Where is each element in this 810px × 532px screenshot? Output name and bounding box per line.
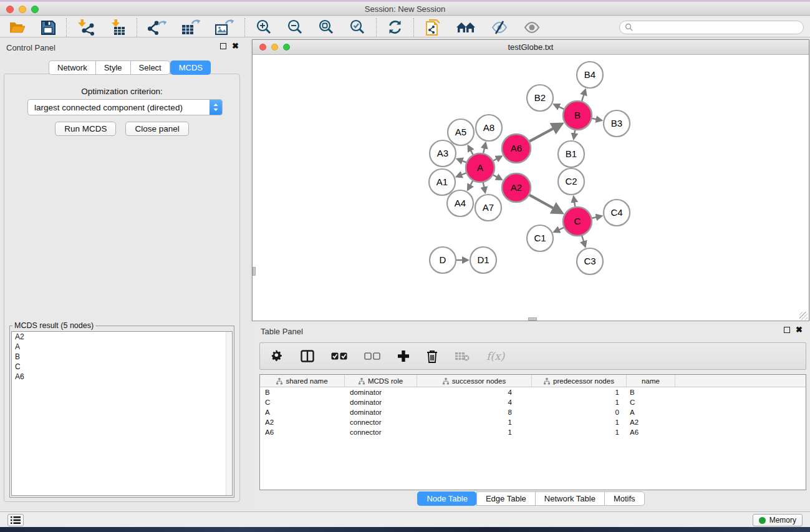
close-table-panel-icon[interactable]: ✖ <box>796 327 803 333</box>
graph-edge[interactable] <box>592 216 601 218</box>
result-scrollbar[interactable] <box>226 332 232 495</box>
memory-button[interactable]: Memory <box>753 514 803 526</box>
table-cell[interactable]: 1 <box>532 387 627 397</box>
graph-node[interactable]: B1 <box>558 141 584 167</box>
delete-column-button[interactable] <box>427 350 438 363</box>
graph-edge[interactable] <box>582 90 586 101</box>
import-network-button[interactable] <box>77 19 95 36</box>
network-canvas[interactable]: B4B2BB3A8A5A6A3B1AA1C2A2A4A7C4CC1DD1C3 <box>253 55 808 321</box>
split-columns-button[interactable] <box>301 350 314 362</box>
network-graph[interactable]: B4B2BB3A8A5A6A3B1AA1C2A2A4A7C4CC1DD1C3 <box>253 55 808 321</box>
tab-network-table[interactable]: Network Table <box>535 491 604 506</box>
graph-node[interactable]: C <box>563 207 592 236</box>
tab-mcds[interactable]: MCDS <box>170 60 211 75</box>
table-cell[interactable]: 4 <box>417 387 532 397</box>
table-cell[interactable]: dominator <box>345 407 417 417</box>
delete-table-button[interactable] <box>455 351 470 361</box>
close-panel-icon[interactable]: ✖ <box>232 43 239 49</box>
column-header[interactable]: shared name <box>260 375 345 387</box>
graph-edge[interactable] <box>456 173 466 177</box>
tab-select[interactable]: Select <box>130 60 170 75</box>
column-header[interactable]: MCDS role <box>345 375 417 387</box>
graph-node[interactable]: B3 <box>604 110 630 137</box>
deselect-all-columns-button[interactable] <box>364 352 380 360</box>
float-panel-icon[interactable] <box>220 43 226 49</box>
column-header[interactable]: successor nodes <box>417 375 532 387</box>
graph-node[interactable]: C4 <box>604 200 630 226</box>
resize-grip[interactable] <box>799 312 808 320</box>
table-cell[interactable]: 1 <box>532 427 627 437</box>
mcds-result-item[interactable]: A2 <box>12 332 232 342</box>
graph-node[interactable]: A3 <box>430 140 456 167</box>
zoom-in-button[interactable] <box>256 19 272 36</box>
refresh-button[interactable] <box>387 19 403 35</box>
export-image-button[interactable] <box>215 19 234 36</box>
table-cell[interactable]: B <box>260 387 345 397</box>
node-table[interactable]: shared nameMCDS rolesuccessor nodesprede… <box>259 374 806 490</box>
graph-node[interactable]: B4 <box>577 62 603 88</box>
graph-edge[interactable] <box>554 105 564 109</box>
graph-node[interactable]: D <box>430 247 456 273</box>
graph-edge[interactable] <box>574 130 575 139</box>
export-network-button[interactable] <box>148 19 166 36</box>
column-header[interactable]: predecessor nodes <box>532 375 627 387</box>
table-cell[interactable]: 1 <box>532 397 627 407</box>
function-builder-button[interactable]: f(x) <box>486 350 504 362</box>
table-cell[interactable]: B <box>627 387 675 397</box>
graph-edge[interactable] <box>493 175 501 180</box>
mcds-result-item[interactable]: A6 <box>12 372 232 382</box>
mcds-result-list[interactable]: A2ABCA6 <box>11 331 233 496</box>
select-all-columns-button[interactable] <box>331 352 347 360</box>
graph-node[interactable]: A2 <box>502 173 531 202</box>
show-graphics-details-button[interactable] <box>523 20 541 35</box>
table-cell[interactable]: A2 <box>627 417 675 427</box>
graph-node[interactable]: C1 <box>527 225 553 251</box>
zoom-selected-button[interactable] <box>349 19 365 36</box>
table-cell[interactable]: A2 <box>260 417 345 427</box>
graph-node[interactable]: D1 <box>470 247 496 273</box>
clone-network-button[interactable] <box>425 19 441 36</box>
table-row[interactable]: Cdominator41C <box>260 397 806 407</box>
create-column-button[interactable] <box>397 350 410 362</box>
graph-edge[interactable] <box>468 181 473 190</box>
home-networks-button[interactable] <box>456 20 476 35</box>
close-panel-button[interactable]: Close panel <box>125 122 188 136</box>
mcds-result-item[interactable]: A <box>12 342 232 352</box>
table-cell[interactable]: 1 <box>417 417 532 427</box>
graph-node[interactable]: A1 <box>429 169 455 195</box>
table-cell[interactable]: C <box>260 397 345 407</box>
table-cell[interactable]: connector <box>345 417 417 427</box>
table-cell[interactable]: A <box>627 407 675 417</box>
graph-node[interactable]: B2 <box>527 85 553 111</box>
export-table-button[interactable] <box>181 19 200 36</box>
table-row[interactable]: A6connector11A6 <box>260 427 806 437</box>
graph-node[interactable]: A4 <box>447 190 473 216</box>
graph-edge[interactable] <box>457 159 466 162</box>
column-header[interactable]: name <box>627 375 675 387</box>
zoom-fit-button[interactable] <box>318 19 334 36</box>
open-session-button[interactable] <box>9 20 26 35</box>
hide-graphics-details-button[interactable] <box>491 20 508 35</box>
mcds-result-item[interactable]: C <box>12 362 232 372</box>
float-table-panel-icon[interactable] <box>784 327 790 333</box>
save-session-button[interactable] <box>41 20 55 35</box>
table-cell[interactable]: A6 <box>260 427 345 437</box>
table-row[interactable]: A2connector11A2 <box>260 417 806 427</box>
horizontal-scrollbar-thumb[interactable] <box>528 317 537 321</box>
mcds-result-item[interactable]: B <box>12 352 232 362</box>
graph-node[interactable]: B <box>563 101 592 130</box>
tab-network[interactable]: Network <box>49 60 95 75</box>
table-cell[interactable]: 4 <box>417 397 532 407</box>
import-table-button[interactable] <box>110 19 126 36</box>
table-cell[interactable]: 0 <box>532 407 627 417</box>
graph-edge[interactable] <box>574 197 575 207</box>
graph-edge[interactable] <box>554 228 564 232</box>
tab-style[interactable]: Style <box>95 60 130 75</box>
table-cell[interactable]: 1 <box>532 417 627 427</box>
run-mcds-button[interactable]: Run MCDS <box>55 122 116 136</box>
graph-node[interactable]: A7 <box>475 195 501 221</box>
graph-edge[interactable] <box>529 195 562 213</box>
table-cell[interactable]: dominator <box>345 397 417 407</box>
vertical-scrollbar-thumb[interactable] <box>253 267 256 276</box>
graph-node[interactable]: C2 <box>558 168 584 195</box>
